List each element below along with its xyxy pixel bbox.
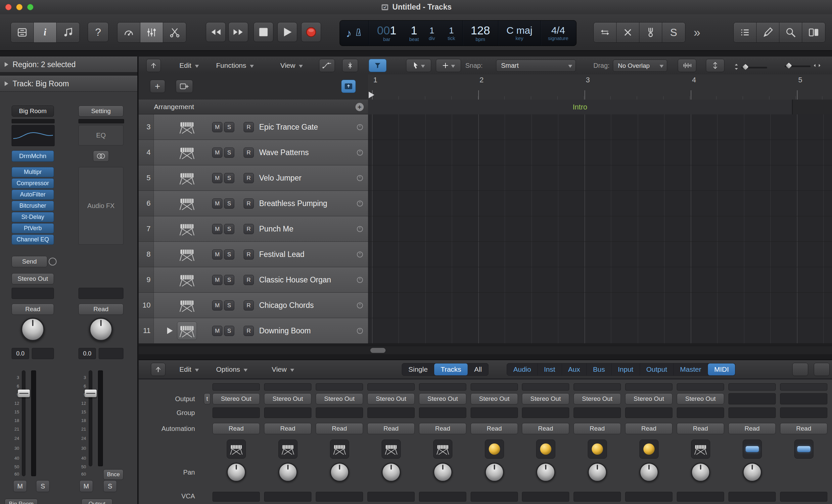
loupe-button[interactable] [779, 23, 802, 42]
channel-output-slot[interactable]: Stereo Out [264, 393, 311, 404]
track-solo-button[interactable]: S [224, 224, 234, 234]
bounce-button[interactable]: Bnce [103, 469, 124, 480]
channel-icon[interactable] [794, 440, 813, 459]
mixer-edit-menu[interactable]: Edit [179, 360, 199, 379]
lcd-tempo[interactable]: 128bpm [462, 21, 498, 46]
volume-fader[interactable]: 369121518212430405060 [10, 370, 44, 476]
track-icon[interactable] [177, 245, 197, 263]
track-record-button[interactable]: R [243, 249, 254, 260]
mixer-filter-bus[interactable]: Bus [587, 363, 612, 375]
channel-group-slot[interactable] [780, 408, 827, 418]
hide-mixer-button[interactable] [151, 363, 165, 376]
tuner-button[interactable] [640, 23, 662, 42]
send-slot[interactable]: Send [11, 256, 47, 267]
region-inspector-header[interactable]: Region: 2 selected [0, 57, 137, 73]
track-on-off-icon[interactable] [356, 200, 364, 207]
automation-mode-button[interactable]: Read [78, 304, 124, 315]
track-row[interactable]: 5 M S R Velo Jumper [139, 165, 368, 191]
minimize-window-button[interactable] [16, 4, 23, 10]
smart-controls-button[interactable] [118, 23, 140, 42]
track-name[interactable]: Epic Trance Gate [259, 114, 318, 140]
lcd-bar[interactable]: 001 bar [368, 21, 405, 46]
track-name[interactable]: Festival Lead [259, 242, 305, 267]
channel-vca-slot[interactable] [780, 492, 827, 502]
channel-group-slot[interactable] [264, 408, 311, 418]
channel-pan-knob[interactable] [691, 463, 710, 482]
channel-group-slot[interactable] [212, 408, 260, 418]
solo-button[interactable]: S [36, 480, 50, 492]
channel-group-slot[interactable] [728, 408, 776, 418]
add-arrangement-marker-button[interactable]: + [356, 103, 364, 111]
channel-group-slot[interactable] [367, 408, 415, 418]
setting-button[interactable]: Setting [78, 106, 124, 117]
channel-pan-knob[interactable] [433, 463, 452, 482]
track-solo-button[interactable]: S [224, 147, 234, 158]
forward-button[interactable] [228, 22, 248, 42]
zoom-window-button[interactable] [27, 4, 33, 10]
channel-automation-button[interactable]: Read [728, 423, 776, 434]
wide-view-button[interactable] [814, 363, 830, 376]
group-slot[interactable] [78, 288, 124, 299]
automation-curve-button[interactable] [319, 59, 335, 72]
channel-icon[interactable] [743, 440, 762, 459]
channel-automation-button[interactable]: Read [367, 423, 415, 434]
track-record-button[interactable]: R [243, 147, 254, 158]
catch-playhead-button[interactable] [369, 59, 387, 72]
channel-automation-button[interactable]: Read [780, 423, 827, 434]
automation-mode-button[interactable]: Read [11, 304, 54, 315]
channel-output-slot[interactable] [780, 393, 827, 404]
mixer-filter-master[interactable]: Master [674, 363, 708, 375]
channel-group-slot[interactable] [419, 408, 466, 418]
fader-cap[interactable] [18, 390, 30, 397]
editors-tools-button[interactable] [163, 23, 186, 42]
lcd-signature[interactable]: 4/4signature [541, 21, 575, 46]
track-row[interactable]: 4 M S R Wave Patterns [139, 140, 368, 165]
track-record-button[interactable]: R [243, 173, 254, 183]
instrument-slot[interactable]: DrmMchn [11, 150, 54, 162]
channel-vca-slot[interactable] [264, 492, 311, 502]
channel-automation-button[interactable]: Read [419, 423, 466, 434]
channel-icon[interactable] [536, 440, 555, 459]
close-window-button[interactable] [5, 4, 11, 10]
audio-fx-slot[interactable]: PtVerb [11, 223, 54, 233]
track-row[interactable]: 10 M S R Chicago Chords [139, 293, 368, 318]
channel-pan-knob[interactable] [536, 463, 555, 482]
track-mute-button[interactable]: M [212, 122, 223, 132]
mixer-view-mode-all[interactable]: All [468, 363, 488, 375]
channel-output-slot[interactable]: Stereo Out [677, 393, 724, 404]
clipped-output-slot[interactable]: t [204, 393, 210, 404]
channel-pan-knob[interactable] [278, 463, 297, 482]
audio-fx-slot[interactable]: Channel EQ [11, 234, 54, 245]
pan-knob[interactable] [21, 317, 45, 341]
lcd-key[interactable]: C majkey [498, 21, 541, 46]
track-row[interactable]: 11 M S R Downing Boom [139, 318, 368, 344]
lcd-div[interactable]: 1div [423, 21, 441, 46]
horizontal-zoom-slider[interactable] [785, 63, 821, 69]
mixer-filter-inst[interactable]: Inst [538, 363, 562, 375]
pan-knob[interactable] [89, 317, 113, 341]
track-on-off-icon[interactable] [356, 327, 364, 335]
track-solo-button[interactable]: S [224, 326, 234, 336]
channel-vca-slot[interactable] [367, 492, 415, 502]
track-inspector-header[interactable]: Track: Big Room [0, 76, 137, 92]
track-record-button[interactable]: R [243, 275, 254, 285]
library-button[interactable] [11, 23, 34, 42]
channel-vca-slot[interactable] [677, 492, 724, 502]
track-record-button[interactable]: R [243, 122, 254, 132]
channel-icon[interactable] [588, 440, 607, 459]
channel-pan-knob[interactable] [485, 463, 504, 482]
send-level-knob[interactable] [49, 258, 57, 265]
track-mute-button[interactable]: M [212, 249, 223, 260]
note-pads-button[interactable] [757, 23, 779, 42]
volume-value[interactable]: 0.0 [11, 348, 29, 359]
hide-tracks-panel-button[interactable] [146, 59, 161, 72]
mute-button[interactable]: M [13, 480, 27, 492]
track-icon[interactable] [177, 321, 197, 340]
audio-fx-slot[interactable]: Multipr [11, 167, 54, 177]
volume-value[interactable]: 0.0 [78, 348, 96, 359]
channel-output-slot[interactable]: Stereo Out [574, 393, 621, 404]
snap-dropdown[interactable]: Smart [496, 59, 576, 72]
eq-slot[interactable]: EQ [78, 125, 124, 145]
channel-pan-knob[interactable] [640, 463, 658, 482]
channel-icon[interactable] [485, 440, 504, 459]
